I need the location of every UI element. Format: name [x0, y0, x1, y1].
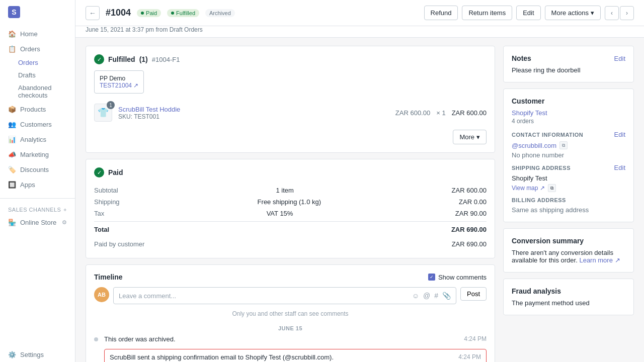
show-comments-label: Show comments — [438, 274, 487, 281]
refund-button[interactable]: Refund — [424, 6, 458, 20]
next-order-button[interactable]: › — [620, 6, 634, 20]
customer-orders: 4 orders — [512, 118, 625, 125]
online-store-settings-icon[interactable]: ⚙ — [62, 219, 67, 226]
fulfilled-more-button[interactable]: More▾ — [453, 130, 487, 144]
payment-header: ✓ Paid — [94, 167, 487, 177]
event-dot — [94, 337, 98, 341]
hashtag-icon[interactable]: # — [434, 292, 438, 300]
tax-amount: ZAR 90.00 — [455, 210, 487, 217]
emoji-icon[interactable]: ☺ — [412, 292, 419, 300]
orders-icon: 📋 — [8, 45, 16, 53]
more-actions-button[interactable]: More actions▾ — [545, 6, 601, 20]
archived-event: This order was archived. 4:24 PM — [94, 335, 487, 343]
sidebar-logo: S — [0, 0, 75, 24]
return-items-button[interactable]: Return items — [462, 6, 512, 20]
timeline-title: Timeline — [94, 273, 123, 281]
notes-edit-link[interactable]: Edit — [614, 55, 625, 62]
tax-label: Tax — [94, 210, 104, 217]
show-comments-checkbox[interactable]: ✓ — [428, 274, 435, 281]
no-phone-text: No phone number — [512, 151, 564, 159]
subtotal-items: 1 item — [276, 187, 293, 194]
sidebar-item-customers[interactable]: 👥 Customers — [0, 117, 75, 132]
pp-demo-link[interactable]: TEST21004 ↗ — [100, 82, 138, 89]
fulfilled-title: Fulfilled — [108, 55, 135, 63]
back-button[interactable]: ← — [86, 6, 100, 20]
fulfilled-id: #1004-F1 — [152, 56, 180, 63]
archived-badge: Archived — [205, 9, 235, 17]
billing-label: BILLING ADDRESS — [512, 197, 566, 203]
shipping-actions: View map ↗ ⧉ — [512, 184, 625, 192]
sidebar-item-marketing[interactable]: 📣 Marketing — [0, 147, 75, 162]
add-sales-channel-icon[interactable]: + — [63, 207, 67, 213]
shipping-label: SHIPPING ADDRESS — [512, 165, 571, 171]
prev-order-button[interactable]: ‹ — [605, 6, 619, 20]
fulfilled-header: ✓ Fulfilled (1) #1004-F1 — [94, 54, 487, 64]
fulfilled-count: (1) — [139, 55, 148, 63]
product-total: ZAR 600.00 — [452, 109, 487, 117]
nav-arrows: ‹ › — [605, 6, 634, 20]
sidebar-item-home[interactable]: 🏠 Home — [0, 26, 75, 41]
timeline-header: Timeline ✓ Show comments — [94, 273, 487, 281]
topbar: ← #1004 Paid Fulfilled Archived Refund R… — [75, 0, 644, 26]
shipping-row: Shipping Free shipping (1.0 kg) ZAR 0.00 — [94, 196, 487, 208]
copy-address-icon[interactable]: ⧉ — [548, 184, 556, 192]
sidebar-item-marketing-label: Marketing — [20, 151, 49, 158]
customers-icon: 👥 — [8, 120, 16, 128]
subtotal-amount: ZAR 600.00 — [452, 187, 487, 194]
attachment-icon[interactable]: 📎 — [442, 292, 451, 300]
sidebar-item-discounts[interactable]: 🏷️ Discounts — [0, 162, 75, 177]
comment-box: AB Leave a comment... ☺ @ # 📎 Post — [94, 287, 487, 304]
show-comments-toggle[interactable]: ✓ Show comments — [428, 274, 487, 281]
home-icon: 🏠 — [8, 30, 16, 38]
sidebar-item-abandoned[interactable]: Abandoned checkouts — [0, 81, 75, 102]
contact-phone-row: No phone number — [512, 151, 625, 159]
contact-email-row: @scrubbill.com ⧉ — [512, 141, 625, 149]
apps-icon: 🔲 — [8, 180, 16, 189]
shipping-edit-link[interactable]: Edit — [614, 164, 625, 171]
product-name-link[interactable]: ScrubBill Test Hoddie — [118, 106, 180, 113]
sidebar-item-apps[interactable]: 🔲 Apps — [0, 177, 75, 192]
paid-badge: Paid — [137, 9, 161, 17]
analytics-icon: 📊 — [8, 135, 16, 143]
contact-email-link[interactable]: @scrubbill.com — [512, 142, 556, 149]
product-image: 1 👕 — [94, 104, 112, 122]
product-row: 1 👕 ScrubBill Test Hoddie SKU: TEST001 Z… — [94, 100, 487, 126]
learn-more-link[interactable]: Learn more ↗ — [579, 256, 620, 264]
tax-row: Tax VAT 15% ZAR 90.00 — [94, 208, 487, 219]
at-icon[interactable]: @ — [423, 292, 430, 300]
sidebar-item-orders[interactable]: Orders — [0, 56, 75, 69]
comment-placeholder[interactable]: Leave a comment... — [119, 292, 176, 300]
paid-label: Paid by customer — [94, 240, 144, 248]
subtotal-row: Subtotal 1 item ZAR 600.00 — [94, 185, 487, 196]
total-amount: ZAR 690.00 — [451, 226, 487, 233]
sidebar-item-products[interactable]: 📦 Products — [0, 102, 75, 117]
content-area: ✓ Fulfilled (1) #1004-F1 PP Demo TEST210… — [75, 38, 644, 362]
product-unit-price: ZAR 600.00 — [395, 109, 430, 117]
sidebar-item-online-store[interactable]: 🏪 Online Store ⚙ — [0, 215, 75, 230]
sidebar-item-analytics[interactable]: 📊 Analytics — [0, 132, 75, 147]
contact-section-header: CONTACT INFORMATION Edit — [512, 131, 625, 138]
marketing-icon: 📣 — [8, 150, 16, 158]
paid-badge-label: Paid — [146, 10, 157, 16]
sidebar-item-discounts-label: Discounts — [20, 166, 49, 173]
more-chevron-icon: ▾ — [476, 133, 480, 141]
subtotal-label: Subtotal — [94, 187, 118, 194]
sidebar-item-settings[interactable]: ⚙️ Settings — [0, 347, 75, 362]
paid-check-icon: ✓ — [94, 167, 104, 177]
main-content: ← #1004 Paid Fulfilled Archived Refund R… — [75, 0, 644, 362]
copy-email-icon[interactable]: ⧉ — [559, 141, 568, 149]
customer-name-link[interactable]: Shopify Test — [512, 109, 625, 117]
paid-row: Paid by customer ZAR 690.00 — [94, 238, 487, 250]
fraud-title: Fraud analysis — [512, 287, 625, 295]
view-map-link[interactable]: View map ↗ — [512, 185, 545, 192]
archived-event-text: This order was archived. — [104, 335, 458, 343]
sidebar-item-drafts[interactable]: Drafts — [0, 69, 75, 81]
sales-channels-label: SALES CHANNELS — [8, 207, 61, 213]
avatar: AB — [94, 287, 109, 302]
sidebar-item-orders-parent[interactable]: 📋 Orders — [0, 41, 75, 56]
shipping-detail: Free shipping (1.0 kg) — [258, 198, 321, 206]
edit-button[interactable]: Edit — [516, 6, 540, 20]
post-button[interactable]: Post — [460, 287, 487, 301]
timeline-date: JUNE 15 — [94, 325, 487, 331]
contact-edit-link[interactable]: Edit — [614, 131, 625, 138]
